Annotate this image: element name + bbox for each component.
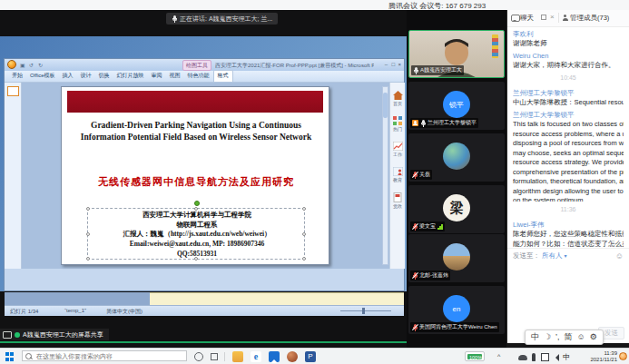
office-app-icon[interactable]: P: [305, 351, 316, 362]
participant-name: 北邮-张嘉炜: [419, 271, 448, 280]
close-chat-icon[interactable]: ×: [550, 13, 555, 21]
tab-chat[interactable]: 聊天: [520, 14, 534, 23]
speaker-icon[interactable]: [552, 354, 559, 361]
maximize-icon[interactable]: □: [391, 59, 395, 71]
participant-tile[interactable]: 北邮-张嘉炜: [408, 234, 505, 282]
ime-lang-icon[interactable]: 中: [531, 330, 539, 344]
task-view-icon[interactable]: [211, 353, 218, 360]
avatar: [443, 243, 470, 271]
ime-simplified-icon[interactable]: 简: [565, 330, 573, 344]
popout-icon[interactable]: [541, 15, 546, 20]
minimize-icon[interactable]: –: [385, 59, 388, 71]
selection-handle[interactable]: [302, 207, 306, 211]
participant-tile[interactable]: en 美国阿肯色理工大学Weiru Chen: [408, 286, 505, 334]
send-to-selector[interactable]: 所有人: [542, 251, 563, 261]
notes-pane[interactable]: [150, 292, 404, 305]
selection-handle[interactable]: [302, 257, 306, 261]
language-indicator: 简体中文(中国): [106, 308, 143, 316]
tab-transitions[interactable]: 切换: [95, 71, 113, 82]
cortana-icon[interactable]: [194, 352, 203, 361]
participant-tile[interactable]: 关磊: [408, 133, 505, 182]
selection-handle[interactable]: [86, 257, 90, 261]
tab-view[interactable]: 视图: [166, 71, 184, 82]
slide-canvas[interactable]: Gradient-Driven Parking Navigation Using…: [61, 86, 329, 265]
mic-on-icon: [420, 120, 426, 127]
tab-office-templates[interactable]: Office模板: [26, 71, 59, 82]
selection-handle[interactable]: [86, 232, 90, 236]
slide-thumbnail-panel[interactable]: [5, 83, 22, 269]
scrollbar-thumb[interactable]: [383, 93, 388, 118]
redo-icon[interactable]: ↻: [38, 62, 43, 68]
chat-message: 谢谢大家，期待和大家进行合作。: [513, 61, 624, 70]
rotation-handle[interactable]: [194, 201, 200, 206]
taskbar-clock[interactable]: 11:39 2021/11/21: [577, 350, 617, 363]
selection-handle[interactable]: [302, 232, 306, 236]
close-icon[interactable]: ×: [398, 59, 401, 71]
tab-review[interactable]: 审阅: [148, 71, 166, 82]
chat-header: 聊天 × 管理成员(73): [507, 10, 629, 27]
sharing-active-icon: [15, 332, 20, 338]
chevron-down-icon[interactable]: ▾: [565, 252, 567, 259]
save-icon[interactable]: ▣: [20, 62, 25, 68]
microphone-tray-icon[interactable]: [532, 353, 536, 361]
tab-insert[interactable]: 插入: [59, 71, 77, 82]
start-button[interactable]: [5, 352, 15, 361]
vertical-scrollbar[interactable]: [382, 86, 388, 265]
cloud-icon[interactable]: [518, 355, 527, 360]
tab-format[interactable]: 格式: [213, 70, 233, 82]
ime-settings-icon[interactable]: ⚙: [590, 330, 597, 344]
slide-title-chinese: 无线传感器网中信息导航方法及应用研究: [71, 175, 321, 189]
sidebar-item-education[interactable]: 教育: [390, 167, 405, 184]
tab-members[interactable]: 管理成员(73): [570, 14, 609, 23]
drawing-tools-context-tab[interactable]: 绘图工具: [182, 60, 211, 71]
notification-icon[interactable]: [619, 352, 627, 360]
tray-expand-icon[interactable]: ^: [497, 353, 500, 359]
participant-tile[interactable]: 锁平 兰州理工大学黎锁平: [408, 82, 505, 130]
browser-app-icon[interactable]: [287, 351, 298, 362]
powerpoint-window: ▣ ↺ ↻ 绘图工具 西安理工大学2021汇报-FOR Prof-PPP.ppt…: [4, 58, 405, 291]
battery-indicator[interactable]: 100%: [465, 351, 485, 361]
chat-sender: 兰州理工大学黎锁平: [513, 111, 624, 120]
search-input[interactable]: [34, 352, 183, 360]
tab-features[interactable]: 特色功能: [184, 71, 213, 82]
selected-textbox[interactable]: 西安理工大学计算机科学与工程学院 物联网工程系 汇报人：魏嵬（http://js…: [87, 208, 305, 260]
undo-icon[interactable]: ↺: [29, 62, 34, 68]
mic-icon: [172, 15, 177, 23]
theme-name: “temp_1”: [64, 308, 86, 313]
participant-name: 梁文宝: [419, 222, 436, 231]
tab-slideshow[interactable]: 幻灯片放映: [113, 71, 148, 82]
zoom-slider-knob[interactable]: [362, 308, 365, 314]
photos-app-icon[interactable]: [269, 351, 280, 362]
taskbar-search[interactable]: [22, 350, 187, 361]
tab-design[interactable]: 设计: [77, 71, 95, 82]
ime-punct-icon[interactable]: ’,: [555, 330, 560, 344]
sidebar-item-home[interactable]: 首页: [390, 91, 405, 108]
speaking-indicator-text: 正在讲话: A魏嵬西安理工大; 兰...: [180, 15, 272, 24]
zoom-slider[interactable]: [340, 310, 391, 311]
screen-share-label: A魏嵬西安理工大的屏幕共享: [23, 330, 103, 339]
chat-sender: Liwei-李伟: [513, 221, 624, 230]
sidebar-item-party[interactable]: 党政: [390, 192, 405, 211]
internet-explorer-icon[interactable]: e: [251, 351, 261, 362]
ime-moon-icon[interactable]: ☽: [544, 330, 551, 344]
template-sidebar: 首页 热门 工作 教育: [389, 83, 405, 269]
slide-title-english: Gradient-Driven Parking Navigation Using…: [71, 120, 321, 144]
sidebar-item-work[interactable]: 工作: [390, 142, 405, 159]
participant-tile[interactable]: A魏嵬西安理工大: [408, 30, 505, 78]
ime-emoji-icon[interactable]: ☺: [577, 330, 585, 344]
participant-name: 关磊: [419, 171, 430, 179]
selection-handle[interactable]: [86, 207, 90, 211]
selection-handle[interactable]: [194, 257, 198, 261]
file-explorer-icon[interactable]: [232, 351, 243, 362]
ime-indicator[interactable]: 中: [563, 352, 570, 362]
office-button[interactable]: [7, 60, 16, 69]
selection-handle[interactable]: [194, 207, 198, 211]
participant-tile[interactable]: 梁 梁文宝: [408, 185, 505, 233]
slide-thumbnail-1[interactable]: [7, 86, 19, 96]
emoji-picker-icon[interactable]: ☺: [615, 251, 624, 261]
sidebar-item-hot[interactable]: 热门: [390, 116, 405, 133]
horizontal-scroll-area[interactable]: [5, 292, 150, 305]
tab-home[interactable]: 开始: [8, 71, 26, 82]
chat-message-list[interactable]: 李欢利 谢谢陈老师 Weiru Chen 谢谢大家，期待和大家进行合作。 10:…: [507, 26, 629, 248]
screenshot-tray-icon[interactable]: [541, 353, 549, 361]
